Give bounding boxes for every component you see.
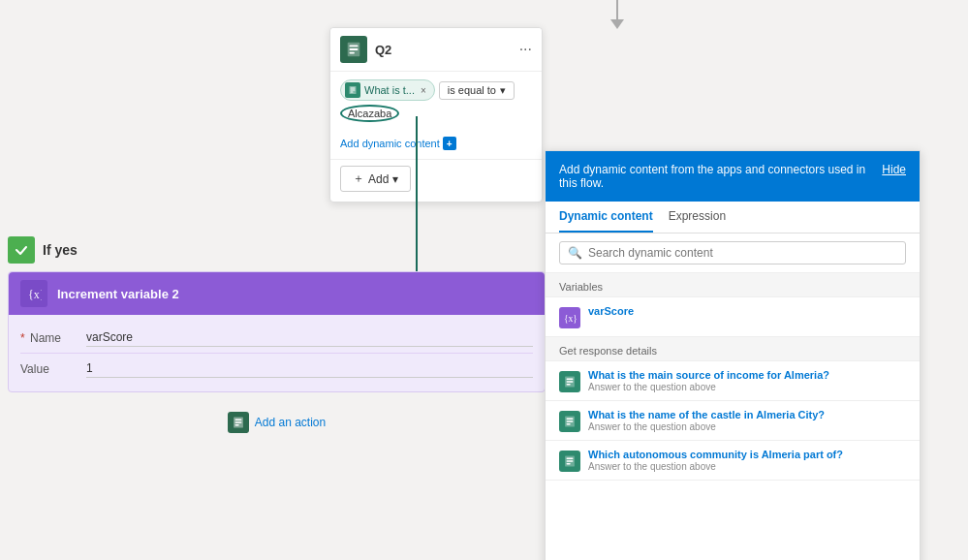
add-button[interactable]: ＋ Add ▾ — [340, 166, 411, 192]
search-input[interactable] — [588, 246, 897, 260]
increment-card: {x} Increment variable 2 * Name Value — [8, 271, 546, 392]
dynamic-content-list: Variables {x} varScore Get response deta… — [546, 273, 920, 560]
svg-rect-22 — [567, 423, 571, 424]
name-field-label: * Name — [20, 331, 78, 345]
q-castle-subtitle: Answer to the question above — [588, 421, 906, 432]
svg-rect-26 — [567, 463, 571, 464]
svg-rect-18 — [567, 384, 571, 385]
dynamic-tabs: Dynamic content Expression — [546, 202, 920, 233]
add-button-label: Add — [368, 172, 389, 186]
q2-card: Q2 ··· What is t... × is equal to ▾ — [329, 27, 543, 202]
list-item[interactable]: What is the name of the castle in Almeri… — [546, 401, 920, 441]
add-dynamic-label: Add dynamic content — [340, 138, 440, 149]
variable-icon: {x} — [26, 286, 42, 301]
varScore-text: varScore — [588, 305, 906, 317]
q-income-icon — [559, 371, 580, 392]
list-item[interactable]: Which autonomous community is Almeria pa… — [546, 441, 920, 481]
variables-section-header: Variables — [546, 273, 920, 297]
add-action-label: Add an action — [255, 416, 326, 429]
token-label: What is t... — [364, 84, 415, 96]
varScore-icon: {x} — [559, 307, 580, 328]
svg-rect-21 — [567, 420, 574, 421]
if-yes-label: If yes — [43, 242, 78, 258]
q-community-icon — [559, 451, 580, 472]
increment-body: * Name Value — [9, 315, 545, 391]
increment-header: {x} Increment variable 2 — [9, 272, 545, 315]
token-close-button[interactable]: × — [421, 85, 426, 96]
token-pill[interactable]: What is t... × — [340, 79, 435, 101]
token-form-icon — [348, 85, 358, 95]
svg-rect-20 — [567, 419, 574, 420]
dynamic-content-panel: Add dynamic content from the apps and co… — [545, 150, 921, 560]
tab-expression[interactable]: Expression — [669, 202, 726, 233]
dynamic-hide-button[interactable]: Hide — [882, 163, 906, 176]
q-income-text: What is the main source of income for Al… — [588, 369, 906, 392]
if-yes-section: If yes {x} Increment variable 2 * Name — [8, 236, 546, 445]
add-action-icon — [228, 412, 249, 433]
add-action-row[interactable]: Add an action — [8, 400, 546, 445]
search-icon: 🔍 — [568, 246, 582, 260]
svg-rect-13 — [234, 424, 238, 425]
form-item-icon3 — [563, 454, 577, 468]
q-community-text: Which autonomous community is Almeria pa… — [588, 449, 906, 472]
varScore-title: varScore — [588, 305, 906, 317]
svg-text:{x}: {x} — [28, 288, 42, 301]
operator-label: is equal to — [448, 84, 496, 96]
list-item[interactable]: {x} varScore — [546, 297, 920, 337]
form-icon — [345, 41, 362, 58]
q2-card-icon — [340, 36, 367, 63]
token-icon — [345, 82, 360, 98]
add-button-row: ＋ Add ▾ — [330, 159, 542, 202]
q-community-subtitle: Answer to the question above — [588, 461, 906, 472]
canvas: Q2 ··· What is t... × is equal to ▾ — [0, 0, 968, 560]
tab-dynamic-content[interactable]: Dynamic content — [559, 202, 653, 233]
list-item[interactable]: What is the main source of income for Al… — [546, 361, 920, 401]
checkmark-icon — [14, 242, 29, 258]
svg-rect-17 — [567, 381, 574, 382]
value-field-row: Value — [20, 354, 533, 384]
q2-title: Q2 — [375, 43, 519, 57]
add-chevron-icon: ▾ — [392, 172, 398, 186]
name-label-text: Name — [30, 331, 61, 345]
alcazaba-value: Alcazaba — [340, 105, 399, 122]
search-box[interactable]: 🔍 — [559, 241, 906, 264]
q-castle-icon — [559, 411, 580, 432]
dynamic-panel-header: Add dynamic content from the apps and co… — [546, 151, 920, 202]
increment-icon: {x} — [20, 280, 47, 307]
response-section-header: Get response details — [546, 337, 920, 361]
q-castle-text: What is the name of the castle in Almeri… — [588, 409, 906, 432]
operator-dropdown[interactable]: is equal to ▾ — [439, 81, 515, 100]
condition-row: What is t... × is equal to ▾ Alcazaba — [330, 72, 542, 130]
name-field-row: * Name — [20, 323, 533, 354]
q-income-subtitle: Answer to the question above — [588, 382, 906, 392]
add-action-form-icon — [232, 416, 245, 429]
svg-rect-3 — [350, 52, 355, 54]
svg-text:{x}: {x} — [564, 313, 577, 324]
svg-rect-24 — [567, 458, 574, 459]
svg-rect-7 — [351, 92, 354, 93]
svg-rect-25 — [567, 460, 574, 461]
name-required-marker: * — [20, 331, 25, 345]
q2-header: Q2 ··· — [330, 28, 542, 72]
top-connector — [610, 0, 624, 29]
q-castle-title: What is the name of the castle in Almeri… — [588, 409, 906, 420]
add-plus-icon: ＋ — [353, 171, 364, 187]
svg-rect-6 — [351, 90, 356, 91]
increment-title: Increment variable 2 — [57, 287, 179, 301]
dynamic-panel-header-text: Add dynamic content from the apps and co… — [559, 163, 872, 190]
if-yes-header: If yes — [8, 236, 546, 264]
form-item-icon — [563, 375, 577, 389]
add-dynamic-plus-icon: + — [443, 137, 456, 150]
q-income-title: What is the main source of income for Al… — [588, 369, 906, 381]
form-item-icon2 — [563, 415, 577, 428]
variable-item-icon: {x} — [563, 311, 577, 325]
name-input[interactable] — [86, 328, 533, 347]
svg-rect-5 — [351, 88, 356, 89]
add-dynamic-row: Add dynamic content + — [330, 130, 542, 159]
q-community-title: Which autonomous community is Almeria pa… — [588, 449, 906, 460]
add-dynamic-link[interactable]: Add dynamic content + — [340, 137, 456, 150]
value-input[interactable] — [86, 359, 533, 378]
if-yes-check-icon — [8, 236, 35, 264]
q2-more-button[interactable]: ··· — [519, 41, 532, 58]
svg-rect-2 — [350, 48, 359, 50]
